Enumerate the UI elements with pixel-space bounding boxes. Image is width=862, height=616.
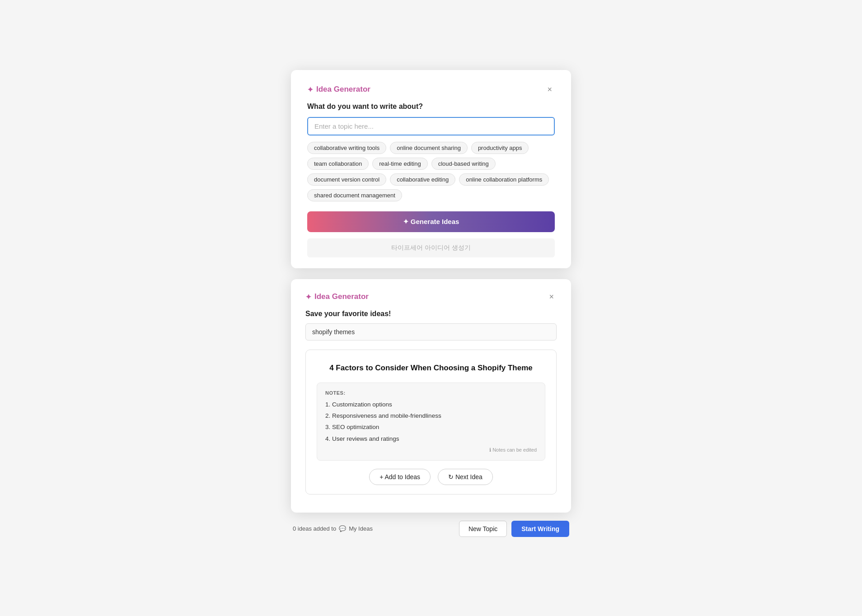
bottom-actions: New Topic Start Writing [459,521,569,537]
modal2-title: ✦ Idea Generator [305,292,369,301]
modal1-title-text: Idea Generator [316,85,370,94]
modal2-close-button[interactable]: × [546,292,557,302]
tag-item[interactable]: cloud-based writing [431,158,496,170]
tag-item[interactable]: online collaboration platforms [459,173,549,186]
save-label: Save your favorite ideas! [305,310,557,318]
chat-icon: 💬 [339,525,346,532]
add-to-ideas-button[interactable]: + Add to Ideas [369,469,431,485]
tags-container: collaborative writing tools online docum… [307,142,555,201]
idea-actions: + Add to Ideas ↻ Next Idea [317,469,545,485]
tag-item[interactable]: collaborative writing tools [307,142,386,154]
notes-label: NOTES: [325,390,537,396]
note-item: 1. Customization options [325,400,537,409]
modal1-title: ✦ Idea Generator [307,85,370,94]
modal1-header: ✦ Idea Generator × [307,84,555,94]
tag-item[interactable]: document version control [307,173,386,186]
note-item: 2. Responsiveness and mobile-friendlines… [325,411,537,420]
notes-box: NOTES: 1. Customization options 2. Respo… [317,383,545,461]
modal2-title-text: Idea Generator [314,292,369,301]
tag-item[interactable]: collaborative editing [390,173,455,186]
note-item: 4. User reviews and ratings [325,434,537,443]
modal1-question: What do you want to write about? [307,103,555,111]
idea-title: 4 Factors to Consider When Choosing a Sh… [317,363,545,373]
tag-item[interactable]: productivity apps [471,142,529,154]
sparkle-icon: ✦ [307,85,313,94]
idea-card: 4 Factors to Consider When Choosing a Sh… [305,350,557,495]
idea-generator-modal-2: ✦ Idea Generator × Save your favorite id… [291,279,571,513]
note-item: 3. SEO optimization [325,423,537,432]
sparkle-icon-2: ✦ [305,293,311,301]
tag-item[interactable]: online document sharing [390,142,468,154]
topic-display: shopify themes [305,323,557,341]
bottom-bar: 0 ideas added to 💬 My Ideas New Topic St… [291,521,571,537]
start-writing-button[interactable]: Start Writing [511,521,569,537]
topic-input[interactable] [307,117,555,135]
ideas-count-text: 0 ideas added to [293,525,336,532]
notes-edit-hint: ℹ Notes can be edited [325,447,537,453]
new-topic-button[interactable]: New Topic [459,521,507,537]
tag-item[interactable]: shared document management [307,189,402,201]
modal1-close-button[interactable]: × [544,84,555,94]
my-ideas-label: My Ideas [349,525,373,532]
tag-item[interactable]: real-time editing [372,158,428,170]
next-idea-button[interactable]: ↻ Next Idea [438,469,493,485]
generate-ideas-button[interactable]: ✦ Generate Ideas [307,211,555,232]
idea-generator-modal-1: ✦ Idea Generator × What do you want to w… [291,70,571,268]
subtitle-bar: 타이프세어 아이디어 생성기 [307,238,555,257]
ideas-count: 0 ideas added to 💬 My Ideas [293,525,373,532]
tag-item[interactable]: team collaboration [307,158,369,170]
notes-list: 1. Customization options 2. Responsivene… [325,400,537,443]
modal2-header: ✦ Idea Generator × [305,292,557,302]
